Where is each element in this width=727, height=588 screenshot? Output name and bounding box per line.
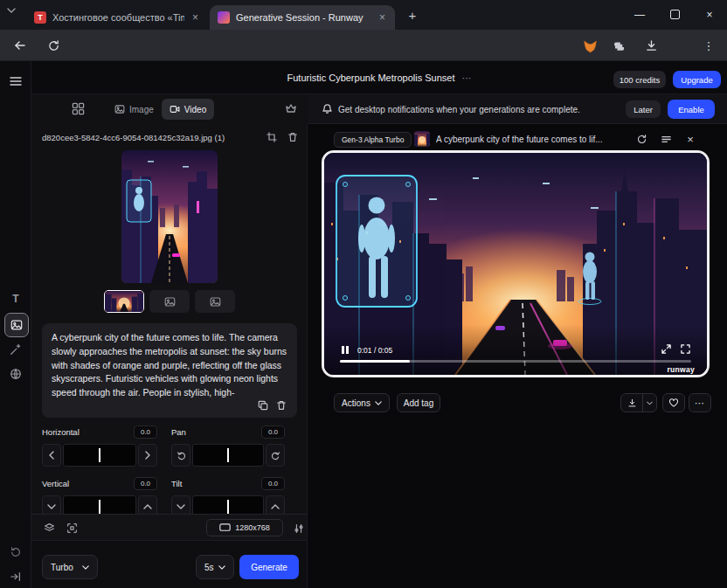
tool-rail: T — [0, 61, 31, 588]
history-icon[interactable] — [9, 545, 23, 559]
collapse-panel-icon[interactable] — [9, 570, 23, 584]
horizontal-value[interactable]: 0.0 — [134, 425, 157, 439]
enable-button[interactable]: Enable — [668, 100, 715, 119]
metamask-extension-icon[interactable] — [580, 37, 599, 56]
thumbnail-selected[interactable] — [104, 290, 144, 313]
rotate-right-icon — [271, 451, 280, 460]
tab2-close-icon[interactable]: × — [377, 12, 387, 23]
tab1-close-icon[interactable]: × — [190, 12, 200, 23]
video-progress-bar[interactable] — [340, 360, 691, 363]
download-button[interactable] — [620, 393, 657, 412]
resolution-selector[interactable]: 1280x768 — [206, 519, 283, 536]
scan-region-icon[interactable] — [61, 519, 82, 536]
favorite-button[interactable] — [662, 393, 685, 412]
session-close-icon[interactable]: × — [683, 132, 697, 146]
tilt-value[interactable]: 0.0 — [261, 477, 285, 490]
window-close-button[interactable]: × — [692, 0, 727, 29]
model-tag[interactable]: Gen-3 Alpha Turbo — [334, 132, 412, 148]
download-caret-icon[interactable] — [643, 401, 656, 405]
layers-icon[interactable] — [38, 519, 59, 536]
pan-right-button[interactable] — [266, 444, 285, 467]
image-tool-active[interactable] — [4, 313, 29, 337]
video-progress-fill — [340, 360, 410, 363]
later-button[interactable]: Later — [626, 100, 661, 118]
input-panel: d820cee3-5842-4cc6-9054-081425c32a19.jpg… — [31, 124, 308, 588]
tab-search-chevron-icon[interactable] — [7, 8, 23, 22]
more-options-button[interactable]: ⋯ — [689, 393, 711, 412]
browser-tab-1[interactable]: Т Хостинговое сообщество «Tim × — [26, 5, 208, 30]
session-area: Gen-3 Alpha Turbo A cyberpunk city of th… — [308, 124, 727, 588]
rerun-icon[interactable] — [634, 132, 648, 146]
browser-toolbar: app.runwayml.com/video-tools/teams/imbec… — [0, 30, 727, 61]
browser-menu-icon[interactable]: ⋮ — [699, 36, 718, 55]
window-minimize-button[interactable]: — — [622, 0, 657, 29]
input-thumbnails — [31, 290, 308, 313]
model-select[interactable]: Turbo — [42, 555, 98, 579]
vertical-value[interactable]: 0.0 — [134, 477, 157, 490]
window-maximize-button[interactable] — [657, 0, 692, 29]
session-title-menu-icon[interactable]: ··· — [461, 73, 471, 83]
downloads-icon[interactable] — [641, 36, 661, 55]
image-placeholder-icon — [164, 296, 176, 308]
pan-slider[interactable] — [192, 444, 264, 467]
video-player[interactable]: 0:01 / 0:05 runway — [322, 150, 710, 377]
app-menu-icon[interactable] — [9, 74, 23, 88]
image-icon — [114, 104, 125, 114]
mode-image[interactable]: Image — [107, 99, 162, 120]
trash-icon[interactable] — [287, 131, 299, 143]
session-input-thumb[interactable] — [414, 131, 430, 147]
prompt-textarea[interactable]: A cyberpunk city of the future comes to … — [42, 323, 297, 418]
notification-bar: Get desktop notifications when your gene… — [308, 94, 727, 124]
generate-button[interactable]: Generate — [239, 555, 299, 579]
panel-header: Image Video — [31, 94, 308, 124]
duration-select[interactable]: 5s — [196, 555, 234, 579]
magic-wand-tool-icon[interactable] — [9, 342, 23, 356]
extensions-puzzle-icon[interactable] — [609, 37, 628, 56]
actions-button[interactable]: Actions — [334, 393, 390, 412]
tab2-title: Generative Session - Runway — [236, 12, 371, 23]
bell-icon — [322, 103, 333, 114]
session-options-icon[interactable] — [659, 132, 673, 146]
settings-sliders-icon[interactable] — [288, 520, 308, 537]
panel-utility-bar: 1280x768 — [31, 514, 308, 540]
back-icon[interactable] — [10, 36, 30, 55]
input-image-preview[interactable] — [121, 150, 218, 283]
download-icon[interactable] — [621, 394, 643, 412]
mode-video[interactable]: Video — [162, 99, 214, 120]
credits-badge[interactable]: 100 credits — [613, 71, 666, 88]
new-tab-button[interactable]: + — [404, 6, 421, 24]
mode-toggle: Image Video — [107, 99, 214, 120]
horizontal-left-button[interactable] — [42, 444, 61, 467]
upgrade-button[interactable]: Upgrade — [673, 71, 721, 88]
runway-watermark: runway — [667, 365, 695, 374]
pause-icon[interactable] — [342, 346, 349, 354]
prompt-trash-icon[interactable] — [276, 400, 287, 412]
browser-tab-2[interactable]: Generative Session - Runway × — [210, 5, 395, 30]
reload-icon[interactable] — [44, 36, 63, 55]
image-icon — [10, 319, 23, 331]
tab1-title: Хостинговое сообщество «Tim — [52, 12, 184, 23]
pan-value[interactable]: 0.0 — [261, 425, 285, 439]
playback-time: 0:01 / 0:05 — [357, 346, 392, 355]
heart-icon — [668, 398, 679, 408]
expand-icon[interactable] — [661, 344, 672, 355]
resolution-value: 1280x768 — [235, 523, 270, 532]
blocks-grid-icon[interactable] — [72, 102, 85, 115]
fullscreen-icon[interactable] — [681, 344, 691, 355]
copy-icon[interactable] — [258, 400, 269, 412]
horizontal-right-button[interactable] — [138, 444, 157, 467]
chevron-down-icon — [375, 401, 382, 405]
pan-label: Pan — [171, 427, 186, 437]
add-tag-button[interactable]: Add tag — [397, 393, 440, 412]
crop-icon[interactable] — [266, 131, 278, 143]
horizontal-slider[interactable] — [63, 444, 136, 467]
text-tool-icon[interactable]: T — [9, 292, 23, 306]
globe-tool-icon[interactable] — [9, 367, 23, 381]
monitor-icon — [219, 523, 231, 532]
thumbnail-slot-3[interactable] — [195, 290, 235, 313]
pan-left-button[interactable] — [171, 444, 190, 467]
chevron-down-icon — [218, 565, 225, 570]
thumbnail-slot-2[interactable] — [149, 290, 190, 313]
tab2-favicon — [218, 11, 230, 24]
rotate-left-icon — [177, 451, 186, 460]
